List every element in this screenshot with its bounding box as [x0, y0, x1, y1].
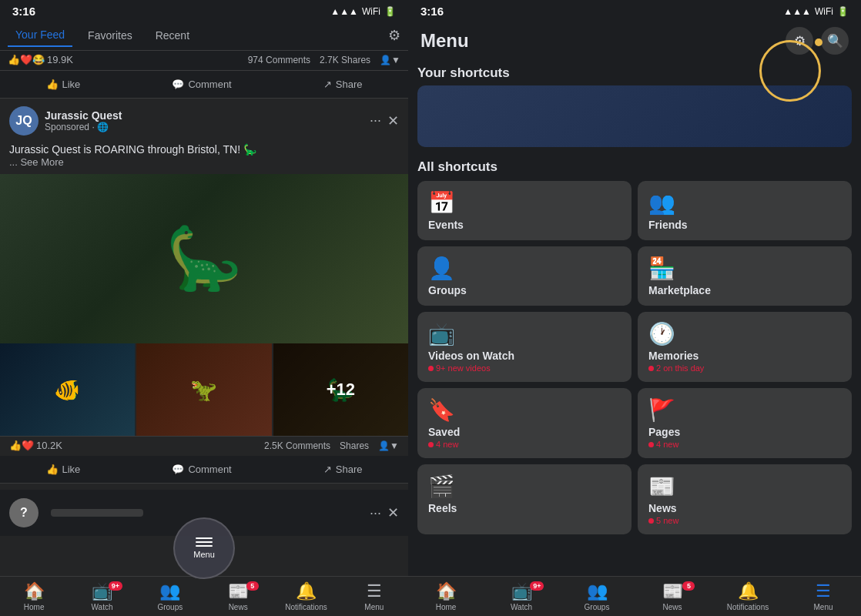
right-status-bar: 3:16 ▲▲▲ WiFi 🔋 [408, 0, 861, 21]
share-avatar-icon: 👤▼ [380, 55, 400, 65]
shortcut-events[interactable]: 📅 Events [417, 181, 632, 240]
search-btn[interactable]: 🔍 [821, 27, 849, 55]
menu-line-1 [196, 537, 213, 539]
left-nav-news[interactable]: 5 📰 News [204, 581, 272, 611]
see-more[interactable]: ... See More [9, 156, 64, 168]
post2-header: JQ Jurassic Quest Sponsored · 🌐 ··· ✕ [0, 99, 408, 140]
gallery-item-1[interactable]: 🐠 [0, 343, 135, 436]
right-battery-icon: 🔋 [837, 6, 849, 17]
shortcuts-banner [417, 85, 852, 147]
shortcut-name: Marketplace [648, 284, 841, 296]
tab-recent[interactable]: Recent [148, 25, 197, 46]
like-label: Like [62, 79, 81, 90]
shortcut-sub: 9+ new videos [428, 363, 621, 373]
post2-name: Jurassic Quest [45, 109, 122, 122]
filter-icon[interactable]: ⚙ [388, 27, 400, 44]
post3-more-icon[interactable]: ··· [370, 505, 381, 521]
menu-title: Menu [420, 30, 469, 52]
right-watch-badge: 9+ [530, 581, 544, 591]
shortcut-name: Reels [428, 502, 621, 514]
left-nav-menu[interactable]: ☰ Menu [340, 581, 408, 611]
gallery-item-3[interactable]: 🦕 +12 [273, 343, 408, 436]
right-panel: 3:16 ▲▲▲ WiFi 🔋 Menu ⚙ 🔍 Your shortcuts [408, 0, 861, 616]
post1-shares: 2.7K Shares [320, 55, 370, 65]
share-icon: ↗ [323, 79, 332, 90]
right-news-badge: 5 [682, 581, 695, 591]
post2-action-btns[interactable]: 👍 Like 💬 Comment ↗ Share [0, 456, 408, 484]
shortcut-sub: 4 new [648, 440, 841, 449]
close-icon[interactable]: ✕ [387, 112, 399, 129]
groups-icon: 👥 [159, 581, 180, 601]
post3-close-icon[interactable]: ✕ [387, 504, 399, 521]
left-nav-home[interactable]: 🏠 Home [0, 581, 68, 611]
shortcut-icon: 👤 [428, 256, 621, 281]
shortcut-icon: 🕐 [648, 321, 841, 346]
left-nav-groups[interactable]: 👥 Groups [136, 581, 204, 611]
menu-bubble[interactable]: Menu [173, 517, 235, 579]
right-nav-notifications[interactable]: 🔔 Notifications [710, 581, 786, 611]
post1-comments: 974 Comments [248, 55, 310, 65]
shortcut-name: Saved [428, 426, 621, 438]
tab-favorites[interactable]: Favorites [80, 25, 140, 46]
post2-meta: Jurassic Quest Sponsored · 🌐 [45, 109, 122, 132]
shortcut-groups[interactable]: 👤 Groups [417, 246, 632, 306]
news-icon: 📰 [228, 581, 249, 601]
left-bottom-nav: 🏠 Home 9+ 📺 Watch 👥 Groups 5 📰 News 🔔 No… [0, 576, 408, 616]
wifi-icon: WiFi [362, 6, 380, 17]
comment-label: Comment [188, 79, 231, 90]
shortcut-sub: 5 new [648, 516, 841, 525]
post2-stats: 2.5K Comments Shares 👤▼ [264, 440, 399, 451]
shortcut-icon: 🚩 [648, 397, 841, 423]
shortcut-name: News [648, 502, 841, 514]
post2-reaction-bar: 👍❤️ 10.2K 2.5K Comments Shares 👤▼ [0, 436, 408, 456]
shortcut-icon: 📅 [428, 190, 621, 216]
left-status-icons: ▲▲▲ WiFi 🔋 [330, 6, 396, 17]
shortcut-saved[interactable]: 🔖 Saved 4 new [417, 388, 632, 458]
settings-btn[interactable]: ⚙ [786, 27, 813, 55]
nav-tabs: Your Feed Favorites Recent ⚙ [0, 21, 408, 51]
like-label2: Like [62, 464, 81, 475]
right-nav-news[interactable]: 5 📰 News [635, 581, 710, 611]
shortcut-friends[interactable]: 👥 Friends [638, 181, 852, 240]
left-nav-notifications[interactable]: 🔔 Notifications [272, 581, 340, 611]
post2-share-btn[interactable]: ↗ Share [313, 459, 374, 480]
left-time: 3:16 [12, 5, 35, 18]
right-nav-groups[interactable]: 👥 Groups [559, 581, 635, 611]
all-shortcuts-section: All shortcuts 📅 Events 👥 Friends 👤 Group… [408, 156, 861, 537]
comment-label2: Comment [188, 464, 231, 475]
shortcut-dot [648, 518, 654, 524]
post2-gallery: 🐠 🦖 🦕 +12 [0, 343, 408, 436]
right-status-icons: ▲▲▲ WiFi 🔋 [783, 6, 849, 17]
post1-comment-btn[interactable]: 💬 Comment [161, 74, 242, 95]
post1-share-btn[interactable]: ↗ Share [313, 74, 374, 95]
more-icon[interactable]: ··· [370, 112, 381, 129]
post2-like-btn[interactable]: 👍 Like [35, 459, 92, 480]
shortcut-videos-on-watch[interactable]: 📺 Videos on Watch 9+ new videos [417, 312, 632, 382]
shortcut-dot [648, 442, 654, 447]
right-scroll-area: Your shortcuts All shortcuts 📅 Events 👥 … [408, 61, 861, 576]
post1-like-btn[interactable]: 👍 Like [35, 74, 92, 95]
post2-sponsored: Sponsored · 🌐 [45, 122, 122, 132]
post1-actions[interactable]: 👍 Like 💬 Comment ↗ Share [0, 71, 408, 99]
shortcut-marketplace[interactable]: 🏪 Marketplace [638, 246, 852, 306]
shortcut-reels[interactable]: 🎬 Reels [417, 464, 632, 534]
right-nav-home[interactable]: 🏠 Home [408, 581, 484, 611]
post1-reaction-emojis: 👍❤️😂 19.9K [8, 54, 73, 65]
post2-comments: 2.5K Comments [264, 440, 330, 451]
shortcut-icon: 📺 [428, 321, 621, 346]
battery-icon: 🔋 [384, 6, 396, 17]
shortcut-memories[interactable]: 🕐 Memories 2 on this day [638, 312, 852, 382]
shortcut-pages[interactable]: 🚩 Pages 4 new [638, 388, 852, 458]
menu-line-2 [196, 541, 213, 543]
watch-badge: 9+ [109, 581, 122, 591]
shortcut-news[interactable]: 📰 News 5 new [638, 464, 852, 534]
shortcut-icon: 🎬 [428, 474, 621, 499]
right-nav-watch[interactable]: 9+ 📺 Watch [484, 581, 559, 611]
share-label: Share [336, 79, 363, 90]
post2-comment-btn[interactable]: 💬 Comment [161, 459, 242, 480]
search-icon: 🔍 [827, 33, 843, 49]
gallery-item-2[interactable]: 🦖 [136, 343, 271, 436]
tab-your-feed[interactable]: Your Feed [8, 24, 72, 47]
left-nav-watch[interactable]: 9+ 📺 Watch [68, 581, 136, 611]
right-nav-menu[interactable]: ☰ Menu [786, 581, 861, 611]
